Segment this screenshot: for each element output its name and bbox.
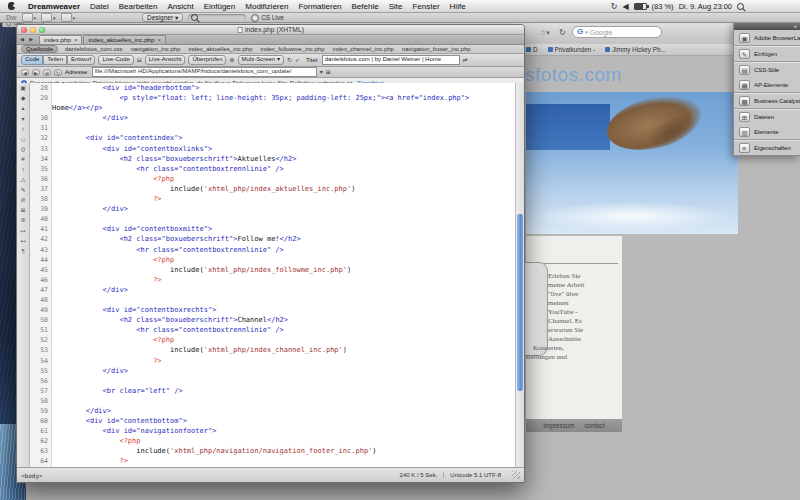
window-title-bar[interactable]: index.php (XHTML) [17, 25, 524, 35]
address-caret-icon[interactable]: ▾ [320, 68, 323, 76]
menu-item[interactable]: Formatieren [293, 0, 346, 13]
line-numbers-icon[interactable]: # [21, 156, 24, 163]
close-tab-icon[interactable]: × [158, 36, 162, 44]
related-file[interactable]: index_channel_inc.php [333, 46, 394, 52]
close-button[interactable] [21, 27, 27, 33]
panel-button[interactable]: ✎ Einfügen [734, 45, 800, 61]
panel-button[interactable]: ≡ Eigenschaften [734, 139, 800, 155]
balance-braces-icon[interactable]: {} [21, 146, 25, 153]
inspect-button[interactable]: Überprüfen [188, 55, 226, 65]
source-code-button[interactable]: Quellcode [21, 45, 58, 54]
validate-icon[interactable]: ✓ [295, 56, 300, 64]
refresh-page-icon[interactable]: ↻ [54, 69, 62, 76]
menu-item[interactable]: Modifizieren [240, 0, 293, 13]
related-file[interactable]: index_aktuelles_inc.php [188, 46, 252, 52]
multiscreen-button[interactable]: Multi-Screen ▾ [238, 55, 284, 65]
menu-item[interactable]: Fenster [407, 0, 444, 13]
bookmark-item[interactable]: Privatkunden - [548, 46, 596, 53]
minimize-button[interactable] [30, 27, 36, 33]
recent-snippets-icon[interactable]: ≋ [20, 217, 25, 224]
design-view-button[interactable]: Entwurf [67, 55, 95, 65]
show-code-navigator-icon[interactable]: ◆ [21, 95, 26, 102]
highlight-invalid-code-icon[interactable]: ! [22, 167, 24, 174]
syntax-error-alerts-icon[interactable]: ⚠ [20, 177, 25, 184]
select-parent-tag-icon[interactable]: ◇ [21, 136, 26, 143]
layout-switcher-button[interactable]: ▾ [22, 13, 37, 22]
apple-menu-icon[interactable] [8, 2, 15, 10]
related-file[interactable]: navigation_inc.php [130, 46, 180, 52]
tab-index-php[interactable]: index.php × [39, 35, 82, 44]
resize-grip-icon[interactable] [512, 471, 520, 479]
menu-clock[interactable]: Di. 9. Aug 23:00 [679, 2, 732, 11]
menu-item[interactable]: Hilfe [445, 0, 471, 13]
appbar-search-field[interactable] [188, 14, 246, 21]
menu-item[interactable]: Bearbeiten [114, 0, 163, 13]
site-button[interactable]: ▾ [61, 13, 76, 22]
back-icon[interactable]: ◀ [21, 69, 29, 76]
menu-item[interactable]: Datei [85, 0, 114, 13]
expand-panels-icon[interactable]: « [794, 22, 797, 30]
code-editor[interactable]: 28 <div id="headerbottom">29 <p style="f… [30, 83, 515, 468]
related-file[interactable]: danielsfotos_com.css [65, 46, 122, 52]
indent-code-icon[interactable]: ↦ [20, 228, 25, 235]
scrollbar-thumb[interactable] [517, 214, 523, 391]
related-file[interactable]: navigation_footer_inc.php [402, 46, 471, 52]
bookmark-item[interactable]: Jimmy Hickey Ph... [605, 46, 666, 53]
open-documents-icon[interactable]: ▣ [20, 85, 26, 92]
code-view-button[interactable]: Code [21, 55, 43, 65]
expand-all-icon[interactable]: ↕ [22, 126, 25, 133]
volume-icon[interactable]: ◀ [622, 0, 628, 13]
panel-button[interactable]: ▥ Elemente [734, 124, 800, 139]
collapse-selection-icon[interactable]: ▾ [21, 116, 24, 123]
file-management-icon[interactable]: ⇄ [463, 56, 468, 64]
battery-icon[interactable] [634, 3, 647, 10]
panel-button[interactable]: ▣ Adobe BrowserLab [734, 30, 800, 45]
panel-button[interactable]: ⊞ Dateien [734, 108, 800, 124]
extend-button[interactable]: ▾ [41, 13, 56, 22]
zoom-button[interactable] [39, 27, 45, 33]
site-footer-link[interactable]: contact [584, 422, 604, 429]
vertical-scrollbar[interactable] [515, 83, 524, 468]
document-title-input[interactable]: danielsfotos.com | by Daniel Weiner | Ho… [322, 55, 460, 65]
site-footer-link[interactable]: Impressum [543, 422, 574, 429]
live-view-button[interactable]: Live-Ansicht [145, 55, 186, 65]
address-field[interactable]: file:///Macintosh HD/Applications/MAMP/h… [92, 67, 317, 77]
refresh-icon[interactable]: ↻ [287, 56, 292, 64]
spotlight-icon[interactable] [737, 3, 744, 10]
stop-icon[interactable]: ⊗ [43, 69, 51, 76]
search-engine-caret-icon[interactable]: ▾ [585, 29, 588, 35]
forward-icon[interactable]: ▶ [32, 69, 40, 76]
collapse-full-tag-icon[interactable]: ▴ [21, 105, 24, 112]
panel-button[interactable]: ▤ CSS-Stile [734, 61, 800, 77]
close-tab-icon[interactable]: × [74, 36, 78, 44]
menu-item[interactable]: Befehle [347, 0, 384, 13]
wrap-tag-icon[interactable]: ⊞ [20, 207, 25, 214]
bookmark-item[interactable]: D [526, 46, 538, 53]
remove-comment-icon[interactable]: ⊘ [20, 197, 25, 204]
address-options-icon[interactable]: ⊞ [326, 68, 331, 76]
dock-header[interactable]: « [734, 22, 800, 30]
workspace-switcher[interactable]: Designer ▾ [142, 13, 183, 22]
format-source-code-icon[interactable]: ¶ [21, 248, 24, 255]
menu-item[interactable]: Einfügen [199, 0, 241, 13]
panel-button[interactable]: ▦ AP-Elemente [734, 77, 800, 92]
live-code-button[interactable]: Live-Code [98, 55, 133, 65]
tab-scroll-arrows-icon[interactable]: ◀ ▶ [20, 35, 35, 44]
apply-comment-icon[interactable]: ✎ [20, 187, 25, 194]
browser-search-field[interactable]: G ▾ Google [572, 26, 662, 38]
menu-item[interactable]: Site [384, 0, 408, 13]
reload-icon[interactable]: ↻ [559, 28, 566, 37]
menu-item[interactable]: Ansicht [162, 0, 198, 13]
split-view-button[interactable]: Teilen [43, 55, 67, 65]
tag-selector[interactable]: <body> [21, 472, 43, 479]
panel-button[interactable]: ▩ Business Catalyst [734, 92, 800, 108]
preview-globe-icon[interactable]: ⊕ [229, 56, 234, 64]
cs-live-button[interactable]: CS Live [251, 14, 284, 22]
outdent-code-icon[interactable]: ↤ [20, 238, 25, 245]
bookmark-star-icon[interactable]: ☆▾ [540, 29, 550, 37]
tab-index-aktuelles-inc-php[interactable]: index_aktuelles_inc.php × [83, 35, 166, 44]
related-file[interactable]: index_followme_inc.php [261, 46, 325, 52]
split-panes-icon[interactable]: ⊟ [137, 56, 142, 64]
sync-icon[interactable]: ↻ [611, 0, 618, 13]
menu-item[interactable]: Dreamweaver [23, 0, 85, 13]
